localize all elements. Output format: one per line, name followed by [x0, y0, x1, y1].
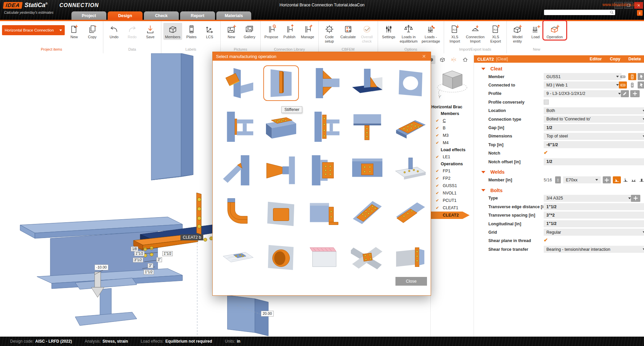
- ribbon-button-connection-import[interactable]: Connection Import: [464, 23, 486, 44]
- plus-icon[interactable]: [630, 90, 640, 97]
- checkbox-checked-icon[interactable]: ✔: [435, 126, 440, 130]
- dialog-close-button[interactable]: Close: [395, 277, 427, 286]
- checkbox-checked-icon[interactable]: ✔: [435, 155, 440, 159]
- cursor-icon[interactable]: [638, 81, 644, 89]
- cursor-icon[interactable]: [638, 73, 644, 80]
- tree-item-cleat2[interactable]: ✔CLEAT2: [431, 212, 470, 219]
- checkbox-checked-icon[interactable]: ✔: [435, 183, 440, 188]
- operation-workplane-icon[interactable]: [393, 153, 428, 187]
- tree-item-guss1[interactable]: ✔GUSS1: [431, 182, 474, 189]
- operation-splice-icon[interactable]: [264, 110, 298, 144]
- plate-horizontal-icon[interactable]: [619, 73, 627, 80]
- ribbon-button-settings[interactable]: Settings: [380, 23, 397, 40]
- checkbox-checked-icon[interactable]: ✔: [435, 133, 440, 138]
- input-field[interactable]: 1"1/2: [544, 220, 644, 227]
- input-field[interactable]: -6"1/2: [544, 141, 644, 148]
- website-link[interactable]: www.ideastatica.com: [602, 2, 640, 7]
- copy-button[interactable]: Copy: [610, 57, 620, 61]
- checkbox-checked-icon[interactable]: ✔: [544, 150, 548, 154]
- weld-plug-icon[interactable]: [638, 176, 644, 183]
- electrode-dropdown[interactable]: E70xx: [563, 176, 601, 183]
- section-welds[interactable]: Welds: [474, 168, 644, 176]
- search-box[interactable]: [544, 10, 615, 15]
- stepper-control[interactable]: ▲▼: [555, 176, 561, 183]
- project-item-selector[interactable]: Horizontal Brace Connection: [2, 25, 65, 35]
- operation-gusset-icon[interactable]: [393, 110, 428, 144]
- weld-both-icon[interactable]: [622, 176, 629, 183]
- ribbon-button-members[interactable]: Members: [163, 23, 182, 40]
- operation-circular-opening-icon[interactable]: [264, 240, 298, 275]
- ribbon-button-operation[interactable]: Operation: [545, 23, 565, 40]
- plus-icon[interactable]: [631, 195, 640, 202]
- tree-item-fp2[interactable]: ✔FP2: [431, 175, 474, 182]
- dropdown[interactable]: GUSS1: [544, 73, 622, 80]
- operation-end-plate-icon[interactable]: [307, 110, 341, 144]
- tab-materials[interactable]: Materials: [216, 11, 251, 20]
- ribbon-button-gallery[interactable]: Gallery: [241, 23, 258, 40]
- weld-size-value[interactable]: 5/16: [544, 178, 552, 182]
- operation-plate-cut-icon[interactable]: [264, 196, 298, 231]
- ribbon-button-loads-in-equilibrium[interactable]: Loads in equilibrium: [398, 23, 419, 44]
- checkbox-checked-icon[interactable]: ✔: [435, 213, 440, 218]
- operation-bolted-plate-icon[interactable]: [350, 153, 384, 187]
- operation-widener-icon[interactable]: [350, 66, 384, 100]
- tree-item-m4[interactable]: ✔M4: [431, 139, 474, 147]
- tree-item-nvol1[interactable]: ✔NVOL1: [431, 189, 474, 197]
- dropdown[interactable]: 3/4 A325: [544, 195, 634, 202]
- operation-negative-volume-icon[interactable]: [307, 240, 341, 275]
- dialog-close-icon[interactable]: ✕: [421, 54, 427, 59]
- dropdown[interactable]: 9 - L3-1/2X3-1/2X1/2: [544, 90, 624, 97]
- info-button[interactable]: i: [637, 10, 643, 16]
- operation-connecting-plate-icon[interactable]: [221, 110, 255, 144]
- ribbon-button-xls-export[interactable]: XLSXLS Export: [487, 23, 504, 44]
- operation-brace-cut-icon[interactable]: [221, 153, 255, 187]
- pencil-icon[interactable]: [621, 90, 629, 97]
- tree-item-m3[interactable]: ✔M3: [431, 132, 474, 139]
- navigation-cube[interactable]: Y: [435, 69, 469, 101]
- checkbox-checked-icon[interactable]: ✔: [435, 191, 440, 195]
- operation-lap-plate-icon[interactable]: [393, 196, 428, 231]
- dropdown[interactable]: Top of steel: [544, 133, 644, 140]
- plus-icon[interactable]: [603, 176, 611, 183]
- ribbon-button-new[interactable]: New: [223, 23, 240, 40]
- ribbon-button-calculate[interactable]: Calculate: [339, 23, 358, 40]
- operation-cleat-icon[interactable]: [307, 196, 341, 231]
- checkbox-checked-icon[interactable]: ✔: [435, 206, 440, 210]
- operation-base-plate-icon[interactable]: [221, 240, 255, 275]
- operation-reducer-icon[interactable]: [264, 153, 298, 187]
- mirror-view-icon[interactable]: [449, 55, 458, 64]
- checkbox-checked-icon[interactable]: ✔: [435, 169, 440, 173]
- operation-rib-icon[interactable]: [307, 66, 341, 100]
- operation-bend-icon[interactable]: [221, 196, 255, 231]
- checkbox-unchecked[interactable]: [544, 100, 549, 105]
- operation-end-plate-bolted-icon[interactable]: [393, 240, 428, 275]
- delete-button[interactable]: Delete: [628, 57, 641, 61]
- ribbon-button-model-entity[interactable]: Model entity: [509, 23, 526, 44]
- ribbon-button-loads-percentage[interactable]: Loads - percentage: [420, 23, 442, 44]
- operation-splice-diagonal-icon[interactable]: [350, 196, 384, 231]
- input-field[interactable]: 1"1/2: [544, 203, 644, 210]
- tree-project-node[interactable]: Horizontal Brac: [431, 104, 474, 110]
- ribbon-button-lcs[interactable]: LCS: [201, 23, 218, 40]
- tab-design[interactable]: Design: [108, 11, 143, 20]
- tab-project[interactable]: Project: [71, 11, 106, 20]
- tree-item-b[interactable]: ✔B: [431, 124, 474, 132]
- editor-button[interactable]: Editor: [590, 57, 602, 61]
- ribbon-button-new[interactable]: New: [65, 23, 83, 40]
- wireframe-view-icon[interactable]: [438, 55, 447, 64]
- operation-crossing-icon[interactable]: [350, 240, 384, 275]
- ribbon-button-manage[interactable]: Manage: [299, 23, 316, 40]
- dropdown[interactable]: Regular: [544, 229, 644, 236]
- plate-vertical-icon[interactable]: [628, 81, 636, 89]
- checkbox-checked-icon[interactable]: ✔: [435, 118, 440, 123]
- ribbon-button-propose[interactable]: Propose: [263, 23, 280, 40]
- search-input[interactable]: [544, 10, 610, 15]
- dropdown[interactable]: M3 | Web 1: [544, 81, 622, 89]
- operation-stiffener-icon[interactable]: [264, 66, 298, 100]
- input-field[interactable]: 1/2: [544, 158, 644, 165]
- home-view-icon[interactable]: [461, 55, 470, 64]
- ribbon-button-copy[interactable]: Copy: [84, 23, 101, 40]
- ribbon-button-save[interactable]: Save: [142, 23, 159, 40]
- checkbox-checked-icon[interactable]: ✔: [435, 176, 440, 181]
- ribbon-button-undo[interactable]: Undo: [105, 23, 123, 40]
